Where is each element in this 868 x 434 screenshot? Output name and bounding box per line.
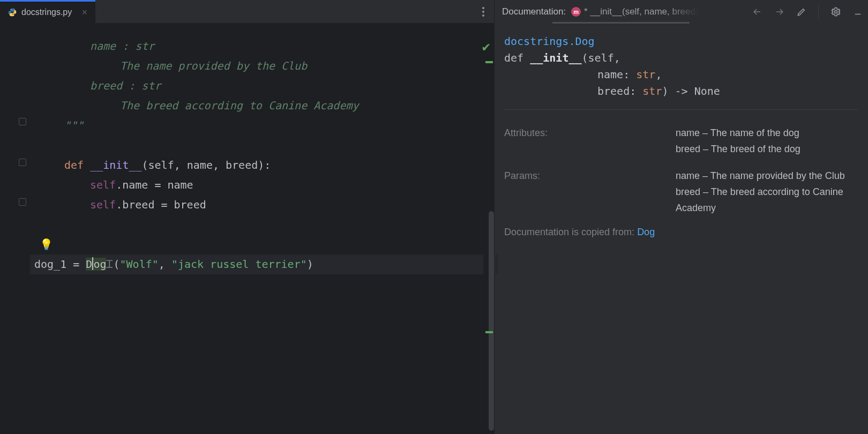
assign-name: .name = name [116, 178, 193, 191]
nav-forward-icon[interactable] [774, 6, 785, 17]
minimize-icon[interactable] [853, 7, 863, 17]
sig-p2-tail: ) -> None [662, 85, 720, 98]
class-ref-head: D [86, 258, 92, 271]
paren-open: ( [113, 258, 119, 271]
doc-attr-breed: breed – The breed of the dog [676, 141, 858, 157]
sig-open: (self, [582, 51, 620, 64]
doc-content: docstrings.Dog def __init__(self, name: … [495, 24, 868, 238]
scrollbar-thumb[interactable] [489, 211, 494, 431]
fold-marker-icon[interactable] [19, 159, 26, 166]
nav-back-icon[interactable] [752, 6, 762, 17]
editor-pane: docstrings.py ✕ 💡 name : str The name pr… [0, 0, 494, 434]
sig-p1: name: [597, 68, 636, 81]
docstring-line: name : str [90, 40, 154, 53]
paren-close: ) [307, 258, 313, 271]
svg-point-2 [835, 11, 837, 13]
doc-breadcrumb[interactable]: m * __init__(self, name, breed) [571, 6, 699, 17]
fold-marker-icon[interactable] [19, 118, 26, 125]
doc-copied-link[interactable]: Dog [637, 227, 655, 237]
kw-self: self [90, 198, 116, 211]
doc-attributes-row: Attributes: name – The name of the dog b… [504, 125, 858, 157]
arg-sep: , [159, 258, 171, 271]
str-breed: "jack russel terrier" [171, 258, 307, 271]
more-vert-icon [482, 7, 484, 17]
init-sig: (self, name, breed): [142, 159, 271, 171]
doc-breadcrumb-text: * __init__(self, name, breed) [584, 6, 699, 17]
editor-gutter[interactable]: 💡 [0, 24, 30, 434]
status-marker[interactable] [485, 331, 493, 333]
doc-attrs-label: Attributes: [504, 125, 676, 157]
var-dog1: dog_1 = [34, 258, 86, 271]
doc-qualified-name[interactable]: docstrings.Dog [504, 35, 595, 48]
doc-attr-name: name – The name of the dog [676, 125, 858, 141]
sig-p1-type: str [636, 68, 655, 81]
doc-copied-prefix: Documentation is copied from: [504, 227, 637, 237]
fn-init: __init__ [90, 159, 141, 171]
sig-p2: breed: [597, 85, 642, 98]
doc-params-row: Params: name – The name provided by the … [504, 168, 858, 216]
docstring-line: The breed according to Canine Academy [120, 99, 359, 112]
editor-status-strip: ✔ [483, 24, 494, 434]
doc-signature: docstrings.Dog def __init__(self, name: … [504, 33, 858, 110]
assign-breed: .breed = breed [116, 198, 206, 211]
code-area[interactable]: name : str The name provided by the Club… [30, 24, 494, 434]
method-badge-icon: m [571, 7, 581, 17]
python-file-icon [8, 8, 17, 17]
inspection-ok-icon[interactable]: ✔ [481, 41, 491, 55]
doc-params-label: Params: [504, 168, 676, 216]
kw-def: def [504, 51, 530, 64]
close-tab-icon[interactable]: ✕ [81, 8, 88, 17]
documentation-pane: Documentation: m * __init__(self, name, … [494, 0, 868, 434]
root: docstrings.py ✕ 💡 name : str The name pr… [0, 0, 868, 434]
doc-header: Documentation: m * __init__(self, name, … [495, 0, 868, 24]
class-ref-tail: og [93, 258, 106, 271]
sig-p2-type: str [642, 85, 662, 98]
ibeam-cursor-icon: Ꮖ [106, 255, 113, 274]
sig-p1-tail: , [655, 68, 662, 81]
toolbar-separator [818, 5, 819, 19]
editor-tab-label: docstrings.py [21, 8, 72, 17]
svg-point-0 [10, 9, 11, 10]
kw-self: self [90, 178, 116, 191]
edit-icon[interactable] [797, 7, 806, 17]
docstring-line: The name provided by the Club [120, 59, 307, 72]
breadcrumb-underline [552, 22, 690, 24]
status-marker[interactable] [485, 61, 493, 63]
fold-marker-icon[interactable] [19, 198, 26, 206]
doc-toolbar [752, 5, 863, 19]
editor-tab-more[interactable] [473, 0, 494, 23]
sig-fn: __init__ [530, 51, 581, 64]
kw-def: def [64, 159, 84, 171]
doc-title: Documentation: [502, 6, 566, 17]
editor-tab-bar: docstrings.py ✕ [0, 0, 494, 24]
doc-param-breed: breed – The breed according to Canine Ac… [676, 184, 858, 216]
svg-point-1 [13, 14, 14, 15]
editor-tab-docstrings[interactable]: docstrings.py ✕ [0, 0, 95, 23]
editor-body: 💡 name : str The name provided by the Cl… [0, 24, 494, 434]
docstring-line: breed : str [90, 79, 161, 92]
doc-copied-from: Documentation is copied from: Dog [504, 227, 858, 238]
doc-param-name: name – The name provided by the Club [676, 168, 858, 184]
gear-icon[interactable] [830, 6, 841, 17]
str-wolf: "Wolf" [120, 258, 159, 271]
docstring-end: """ [64, 119, 84, 132]
